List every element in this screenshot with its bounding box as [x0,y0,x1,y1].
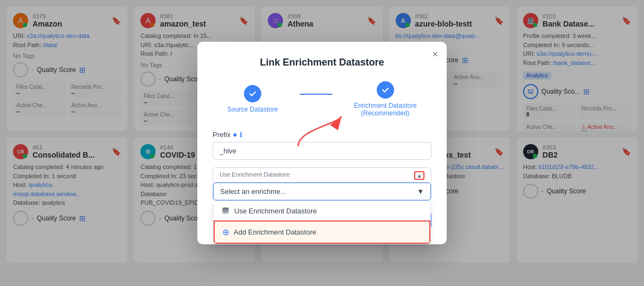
required-indicator: ● [233,130,237,139]
chevron-down-icon: ▼ [417,187,424,196]
prefix-group: Prefix ● ℹ [212,130,432,160]
dropdown-toggle-btn[interactable]: ▲ [414,171,424,180]
modal-title: Link Enrichment Datastore [212,57,432,68]
step-1: Source Datastore [227,85,278,113]
info-icon[interactable]: ℹ [240,131,242,139]
dropdown-select-container: Select an enrichme... ▼ Use Enrichment D… [212,182,432,201]
stepper: Source Datastore Enrichment Datastore (R… [212,81,432,117]
prefix-input[interactable] [212,142,432,160]
modal-dialog: × Link Enrichment Datastore Source Datas… [197,42,447,244]
dropdown-selected-value: Select an enrichme... [220,187,286,196]
step-2: Enrichment Datastore (Recommended) [354,81,417,117]
dropdown-menu: Use Enrichment Datastore ⊕ Add Enrichmen… [213,200,431,244]
plus-circle-icon: ⊕ [222,227,229,237]
dropdown-area: Use Enrichment Datastore ▲ Select an enr… [212,167,432,201]
dropdown-toggle[interactable]: Select an enrichme... ▼ [213,183,431,200]
step-connector [300,94,332,95]
prefix-label: Prefix ● ℹ [212,130,432,139]
dropdown-collapsed-label: Use Enrichment Datastore ▲ [212,167,432,181]
step2-circle [377,81,394,99]
step1-label: Source Datastore [227,106,278,113]
database-icon [221,206,230,215]
step1-circle [244,85,261,102]
step2-label: Enrichment Datastore (Recommended) [354,102,417,117]
modal-overlay: × Link Enrichment Datastore Source Datas… [0,0,644,286]
modal-close-button[interactable]: × [432,49,438,59]
dropdown-option-add-enrichment[interactable]: ⊕ Add Enrichment Datastore [214,220,430,244]
dropdown-option-use-enrichment[interactable]: Use Enrichment Datastore [214,201,430,220]
